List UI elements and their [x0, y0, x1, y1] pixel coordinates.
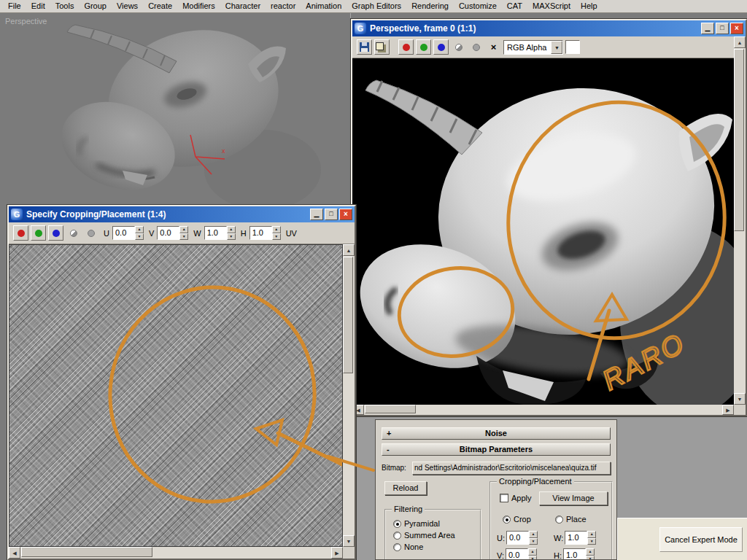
alpha-channel-button[interactable] [83, 225, 98, 241]
menu-graph-editors[interactable]: Graph Editors [347, 0, 406, 12]
rollout-noise[interactable]: + Noise [382, 427, 611, 440]
spinner-up-icon[interactable]: ▲ [586, 548, 595, 556]
crop-canvas[interactable] [9, 244, 343, 547]
menu-animation[interactable]: Animation [301, 0, 347, 12]
menu-views[interactable]: Views [112, 0, 143, 12]
menu-tools[interactable]: Tools [50, 0, 80, 12]
clone-rendered-frame-button[interactable] [374, 39, 390, 55]
menu-file[interactable]: File [3, 0, 26, 12]
spinner-down-icon[interactable]: ▼ [135, 233, 144, 241]
radio-crop[interactable]: Crop [503, 515, 531, 524]
spinner-up-icon[interactable]: ▲ [179, 226, 188, 233]
view-image-button[interactable]: View Image [539, 491, 608, 505]
bitmap-path-button[interactable]: nd Settings\Administrador\Escritorio\mis… [412, 462, 611, 475]
spinner-up-icon[interactable]: ▲ [587, 531, 596, 538]
red-channel-button[interactable] [13, 225, 28, 241]
spinner-down-icon[interactable]: ▼ [528, 556, 537, 560]
h-spinner[interactable]: 1.0 ▲▼ [249, 226, 281, 240]
v-value[interactable]: 0.0 [506, 548, 528, 560]
crop-h-spinner[interactable]: 1.0 ▲▼ [563, 548, 595, 560]
crop-w-spinner[interactable]: 1.0 ▲▼ [565, 531, 596, 545]
red-channel-button[interactable] [398, 39, 414, 55]
crop-horizontal-scrollbar[interactable]: ◀ ▶ [9, 547, 343, 559]
uv-mode-button[interactable]: UV [286, 229, 297, 238]
w-value[interactable]: 1.0 [204, 226, 227, 240]
v-value[interactable]: 0.0 [157, 226, 179, 240]
minimize-button[interactable]: ▁ [701, 23, 714, 34]
crop-v-spinner[interactable]: 0.0 ▲▼ [506, 548, 537, 560]
menu-edit[interactable]: Edit [26, 0, 50, 12]
scroll-down-icon[interactable]: ▼ [734, 393, 746, 405]
blue-channel-button[interactable] [433, 39, 449, 55]
channel-dropdown[interactable]: RGB Alpha ▼ [503, 40, 563, 55]
monochrome-channel-button[interactable] [66, 225, 81, 241]
w-value[interactable]: 1.0 [565, 531, 587, 545]
menu-maxscript[interactable]: MAXScript [527, 0, 576, 12]
close-button[interactable]: × [730, 23, 743, 34]
h-value[interactable]: 1.0 [249, 226, 272, 240]
u-value[interactable]: 0.0 [506, 531, 529, 545]
spinner-up-icon[interactable]: ▲ [528, 548, 537, 556]
save-image-button[interactable] [357, 39, 372, 55]
v-spinner[interactable]: 0.0 ▲▼ [157, 226, 188, 240]
spinner-down-icon[interactable]: ▼ [227, 233, 236, 241]
radio-summed-area[interactable]: Summed Area [393, 531, 455, 540]
u-spinner[interactable]: 0.0 ▲▼ [112, 226, 144, 240]
scroll-up-icon[interactable]: ▲ [343, 244, 355, 256]
spinner-up-icon[interactable]: ▲ [529, 531, 538, 538]
spinner-down-icon[interactable]: ▼ [529, 538, 538, 545]
scroll-right-icon[interactable]: ▶ [722, 405, 734, 415]
scroll-up-icon[interactable]: ▲ [734, 36, 746, 48]
maximize-button[interactable]: □ [716, 23, 729, 34]
scroll-right-icon[interactable]: ▶ [331, 547, 343, 559]
menu-rendering[interactable]: Rendering [406, 0, 454, 12]
green-channel-button[interactable] [416, 39, 431, 55]
menu-cat[interactable]: CAT [502, 0, 527, 12]
rollout-bitmap-parameters[interactable]: - Bitmap Parameters [382, 443, 611, 456]
menu-character[interactable]: Character [220, 0, 266, 12]
menu-modifiers[interactable]: Modifiers [177, 0, 220, 12]
close-button[interactable]: × [339, 209, 352, 220]
cancel-expert-mode-button[interactable]: Cancel Expert Mode [659, 527, 743, 552]
render-horizontal-scrollbar[interactable]: ◀ ▶ [352, 405, 734, 415]
scrollbar-thumb[interactable] [21, 547, 152, 557]
radio-none[interactable]: None [393, 542, 423, 551]
menu-group[interactable]: Group [79, 0, 112, 12]
spinner-up-icon[interactable]: ▲ [272, 226, 281, 233]
scrollbar-thumb[interactable] [734, 49, 744, 231]
w-spinner[interactable]: 1.0 ▲▼ [204, 226, 236, 240]
spinner-up-icon[interactable]: ▲ [227, 226, 236, 233]
monochrome-channel-button[interactable] [451, 39, 466, 55]
menu-create[interactable]: Create [143, 0, 177, 12]
spinner-up-icon[interactable]: ▲ [135, 226, 144, 233]
menu-help[interactable]: Help [576, 0, 603, 12]
scrollbar-thumb[interactable] [343, 257, 353, 373]
minimize-button[interactable]: ▁ [310, 209, 323, 220]
spinner-down-icon[interactable]: ▼ [587, 538, 596, 545]
spinner-down-icon[interactable]: ▼ [586, 556, 595, 560]
render-canvas[interactable]: RARO [352, 58, 734, 405]
radio-pyramidal[interactable]: Pyramidal [393, 519, 440, 528]
green-channel-button[interactable] [31, 225, 46, 241]
render-window-titlebar[interactable]: G Perspective, frame 0 (1:1) ▁ □ × [352, 20, 746, 36]
crop-window-titlebar[interactable]: G Specify Cropping/Placement (1:4) ▁ □ × [9, 206, 355, 222]
background-color-swatch[interactable] [565, 40, 580, 54]
render-vertical-scrollbar[interactable]: ▲ ▼ [734, 36, 746, 405]
crop-u-spinner[interactable]: 0.0 ▲▼ [506, 531, 538, 545]
scrollbar-thumb[interactable] [365, 405, 416, 413]
apply-checkbox[interactable]: Apply [500, 494, 532, 502]
h-value[interactable]: 1.0 [563, 548, 586, 560]
spinner-down-icon[interactable]: ▼ [179, 233, 188, 241]
scroll-down-icon[interactable]: ▼ [343, 535, 355, 547]
reload-button[interactable]: Reload [384, 481, 427, 495]
crop-vertical-scrollbar[interactable]: ▲ ▼ [343, 244, 355, 547]
radio-place[interactable]: Place [555, 515, 587, 524]
clear-button[interactable]: × [486, 39, 501, 55]
alpha-channel-button[interactable] [468, 39, 484, 55]
blue-channel-button[interactable] [48, 225, 63, 241]
spinner-down-icon[interactable]: ▼ [272, 233, 281, 241]
menu-reactor[interactable]: reactor [266, 0, 301, 12]
u-value[interactable]: 0.0 [112, 226, 135, 240]
menu-customize[interactable]: Customize [454, 0, 502, 12]
maximize-button[interactable]: □ [325, 209, 338, 220]
